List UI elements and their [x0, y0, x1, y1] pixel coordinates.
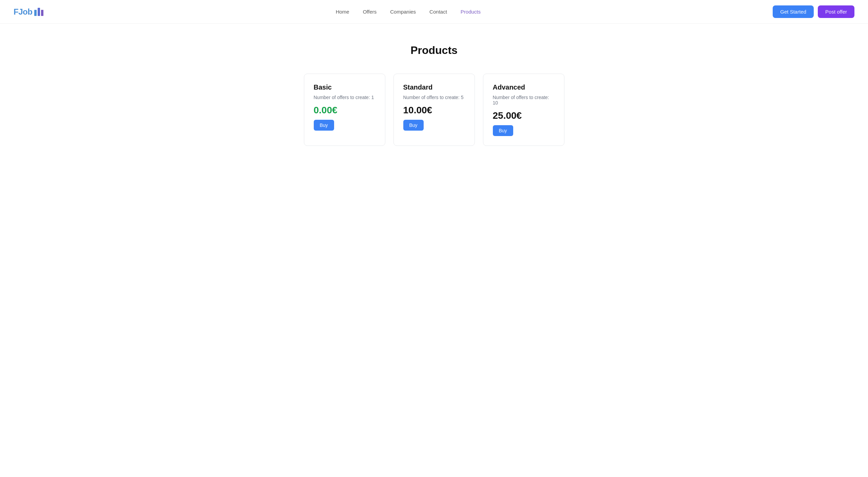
product-card-advanced: AdvancedNumber of offers to create: 1025…: [483, 74, 564, 146]
product-name-advanced: Advanced: [493, 83, 555, 91]
post-offer-button[interactable]: Post offer: [818, 5, 854, 18]
buy-button-basic[interactable]: Buy: [314, 120, 334, 131]
header-buttons: Get Started Post offer: [773, 5, 854, 18]
logo[interactable]: FJob: [14, 7, 43, 17]
get-started-button[interactable]: Get Started: [773, 5, 814, 18]
nav-item-home[interactable]: Home: [336, 9, 349, 15]
product-offers-label-standard: Number of offers to create: 5: [403, 95, 465, 100]
product-price-basic: 0.00€: [314, 105, 375, 116]
product-card-standard: StandardNumber of offers to create: 510.…: [393, 74, 475, 146]
logo-bar-2: [38, 8, 40, 16]
product-name-basic: Basic: [314, 83, 375, 91]
logo-bars-icon: [34, 8, 43, 16]
products-grid: BasicNumber of offers to create: 10.00€B…: [282, 74, 587, 146]
header: FJob HomeOffersCompaniesContactProducts …: [0, 0, 868, 24]
main-nav: HomeOffersCompaniesContactProducts: [336, 9, 481, 15]
buy-button-advanced[interactable]: Buy: [493, 125, 513, 136]
main-content: Products BasicNumber of offers to create…: [0, 24, 868, 166]
product-offers-label-advanced: Number of offers to create: 10: [493, 95, 555, 106]
nav-item-offers[interactable]: Offers: [363, 9, 377, 15]
logo-text: FJob: [14, 7, 32, 17]
product-name-standard: Standard: [403, 83, 465, 91]
product-price-advanced: 25.00€: [493, 110, 555, 121]
page-title: Products: [14, 44, 854, 57]
product-price-standard: 10.00€: [403, 105, 465, 116]
nav-item-contact[interactable]: Contact: [429, 9, 447, 15]
nav-item-products[interactable]: Products: [461, 9, 481, 15]
nav-item-companies[interactable]: Companies: [390, 9, 416, 15]
logo-bar-1: [34, 10, 37, 16]
logo-bar-3: [41, 10, 43, 16]
product-offers-label-basic: Number of offers to create: 1: [314, 95, 375, 100]
product-card-basic: BasicNumber of offers to create: 10.00€B…: [304, 74, 385, 146]
buy-button-standard[interactable]: Buy: [403, 120, 424, 131]
